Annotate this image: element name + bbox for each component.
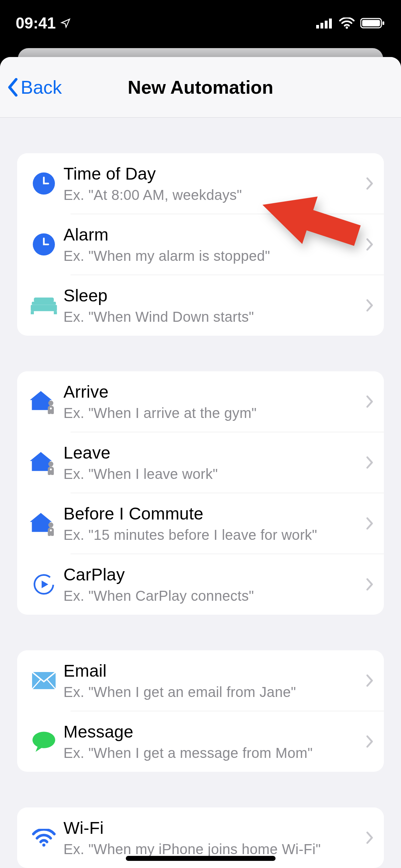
home-commute-icon xyxy=(24,511,63,536)
row-subtitle: Ex. "When my alarm is stopped" xyxy=(63,248,363,264)
status-icons xyxy=(316,17,385,29)
svg-rect-1 xyxy=(320,23,323,29)
back-label: Back xyxy=(21,77,62,98)
row-carplay[interactable]: CarPlay Ex. "When CarPlay connects" xyxy=(17,554,384,615)
battery-icon xyxy=(360,17,385,29)
cellular-icon xyxy=(316,18,333,29)
row-email[interactable]: Email Ex. "When I get an email from Jane… xyxy=(17,650,384,711)
chevron-right-icon xyxy=(366,395,373,408)
row-title: Leave xyxy=(63,443,363,463)
chevron-right-icon xyxy=(366,578,373,591)
row-arrive[interactable]: Arrive Ex. "When I arrive at the gym" xyxy=(17,371,384,432)
back-button[interactable]: Back xyxy=(7,57,62,117)
chevron-left-icon xyxy=(7,78,19,97)
chevron-right-icon xyxy=(366,674,373,687)
status-bar: 09:41 xyxy=(0,0,401,46)
home-arrive-icon xyxy=(24,389,63,414)
svg-rect-12 xyxy=(31,305,57,311)
svg-rect-0 xyxy=(316,25,319,29)
status-time-container: 09:41 xyxy=(16,14,71,32)
row-subtitle: Ex. "When I arrive at the gym" xyxy=(63,405,363,421)
chevron-right-icon xyxy=(366,238,373,251)
trigger-group-time: Time of Day Ex. "At 8:00 AM, weekdays" xyxy=(17,153,384,336)
status-time: 09:41 xyxy=(16,14,56,32)
bed-icon xyxy=(24,296,63,314)
row-title: Alarm xyxy=(63,225,363,244)
home-indicator xyxy=(126,856,276,861)
row-subtitle: Ex. "When CarPlay connects" xyxy=(63,588,363,604)
location-icon xyxy=(60,18,71,29)
row-title: Before I Commute xyxy=(63,504,363,523)
row-title: Sleep xyxy=(63,286,363,305)
clock-icon xyxy=(24,233,63,255)
svg-rect-11 xyxy=(34,298,54,302)
row-title: Message xyxy=(63,722,363,742)
row-title: Arrive xyxy=(63,382,363,402)
svg-rect-7 xyxy=(382,21,384,25)
row-time-of-day[interactable]: Time of Day Ex. "At 8:00 AM, weekdays" xyxy=(17,153,384,214)
chevron-right-icon xyxy=(366,517,373,530)
chevron-right-icon xyxy=(366,831,373,844)
trigger-group-communication: Email Ex. "When I get an email from Jane… xyxy=(17,650,384,772)
content-scroll[interactable]: Time of Day Ex. "At 8:00 AM, weekdays" xyxy=(0,118,401,868)
row-subtitle: Ex. "When I get a message from Mom" xyxy=(63,745,363,761)
carplay-icon xyxy=(24,573,63,595)
svg-rect-6 xyxy=(362,20,380,26)
automation-sheet: Back New Automation Time of Day Ex. "At xyxy=(0,57,401,868)
row-subtitle: Ex. "When I get an email from Jane" xyxy=(63,684,363,700)
row-before-commute[interactable]: Before I Commute Ex. "15 minutes before … xyxy=(17,493,384,554)
svg-rect-2 xyxy=(325,21,328,29)
row-message[interactable]: Message Ex. "When I get a message from M… xyxy=(17,711,384,772)
svg-rect-3 xyxy=(329,19,332,29)
nav-header: Back New Automation xyxy=(0,57,401,118)
svg-point-21 xyxy=(42,843,46,847)
chevron-right-icon xyxy=(366,456,373,469)
wifi-status-icon xyxy=(339,17,355,29)
row-leave[interactable]: Leave Ex. "When I leave work" xyxy=(17,432,384,493)
svg-point-20 xyxy=(32,732,55,748)
svg-rect-13 xyxy=(31,311,34,314)
row-title: Wi-Fi xyxy=(63,818,363,838)
row-title: CarPlay xyxy=(63,565,363,584)
row-title: Time of Day xyxy=(63,164,363,184)
svg-point-4 xyxy=(346,26,348,29)
wifi-icon xyxy=(24,829,63,847)
message-icon xyxy=(24,731,63,752)
row-subtitle: Ex. "When my iPhone joins home Wi-Fi" xyxy=(63,841,363,857)
row-alarm[interactable]: Alarm Ex. "When my alarm is stopped" xyxy=(17,214,384,275)
mail-icon xyxy=(24,672,63,689)
page-title: New Automation xyxy=(128,77,273,98)
svg-point-17 xyxy=(48,522,53,527)
svg-point-16 xyxy=(48,461,53,466)
row-subtitle: Ex. "When I leave work" xyxy=(63,466,363,482)
svg-rect-14 xyxy=(54,311,57,314)
chevron-right-icon xyxy=(366,299,373,312)
svg-point-15 xyxy=(48,401,53,405)
trigger-group-location: Arrive Ex. "When I arrive at the gym" xyxy=(17,371,384,615)
row-subtitle: Ex. "15 minutes before I leave for work" xyxy=(63,527,363,543)
chevron-right-icon xyxy=(366,177,373,190)
row-subtitle: Ex. "When Wind Down starts" xyxy=(63,309,363,325)
chevron-right-icon xyxy=(366,735,373,748)
clock-icon xyxy=(24,172,63,195)
row-subtitle: Ex. "At 8:00 AM, weekdays" xyxy=(63,187,363,203)
home-leave-icon xyxy=(24,450,63,475)
row-title: Email xyxy=(63,661,363,681)
row-sleep[interactable]: Sleep Ex. "When Wind Down starts" xyxy=(17,275,384,336)
